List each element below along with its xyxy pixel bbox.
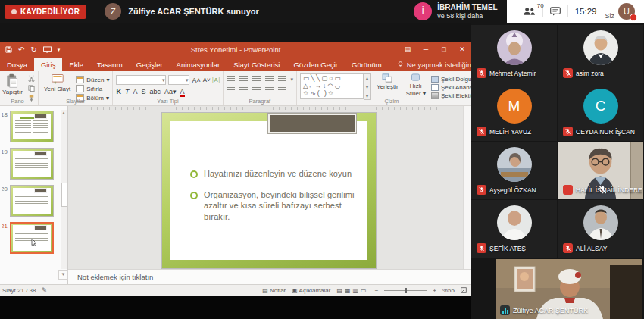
- line-spacing-button[interactable]: [278, 76, 286, 83]
- shape-fill-button[interactable]: Şekil Dolgusu ▾: [431, 76, 471, 83]
- participant-tile-aysegul-ozkan[interactable]: Ayşegül ÖZKAN: [471, 142, 557, 199]
- thumbnail-slide-18[interactable]: 18: [2, 111, 67, 142]
- zoom-top-bar: KAYDEDİLİYOR Z Zülfiye ACAR ŞENTÜRK sunu…: [0, 0, 644, 23]
- participants-button[interactable]: 70: [516, 0, 542, 23]
- slide-body-text[interactable]: Hayatınızı düzenleyin ve düzene koyun Or…: [190, 168, 363, 232]
- increase-indent-button[interactable]: [265, 76, 274, 83]
- your-avatar[interactable]: U: [618, 3, 635, 20]
- zoom-out-button[interactable]: −: [375, 287, 379, 294]
- zoom-in-button[interactable]: +: [433, 287, 436, 294]
- thumbnail-slide-20[interactable]: 20: [2, 185, 67, 217]
- scrollbar-thumb[interactable]: [61, 183, 67, 207]
- participant-tile-ali-alsay[interactable]: ALİ ALSAY: [558, 200, 643, 258]
- attendee-name: İBRAHİM TEMEL: [437, 2, 497, 12]
- numbering-button[interactable]: [239, 76, 248, 83]
- participant-tile-sefik-ates[interactable]: ŞEFİK ATEŞ: [471, 200, 557, 258]
- shapes-gallery[interactable]: ▭╲╲▢○▭△⌐→↓◠◡☆∿( )☆: [300, 73, 364, 99]
- align-right-button[interactable]: [252, 87, 261, 94]
- participant-tile-halil-ismail-indere[interactable]: HALİL İSMAİL İNDERE: [558, 142, 643, 199]
- grow-font-button[interactable]: A˄: [192, 77, 200, 84]
- slide-vertical-scrollbar[interactable]: [463, 106, 471, 269]
- participant-name: ŞEFİK ATEŞ: [489, 245, 526, 252]
- redo-icon[interactable]: ↻: [30, 46, 36, 54]
- save-icon[interactable]: [5, 46, 12, 53]
- decrease-indent-button[interactable]: [252, 76, 261, 83]
- participant-tile-ceyda-nur-iscan[interactable]: C CEYDA NUR İŞCAN: [558, 83, 643, 141]
- group-label-pano: Pano: [0, 98, 38, 105]
- speaker-video-zulfiye[interactable]: Zülfiye ACAR ŞENTÜRK: [496, 259, 642, 319]
- paste-button[interactable]: Yapıştır: [0, 73, 25, 95]
- copy-button[interactable]: [28, 85, 35, 93]
- slide-title-placeholder[interactable]: [268, 114, 356, 133]
- comments-toggle[interactable]: ▣ Açıklamalar: [292, 287, 330, 294]
- screen-share-letterbox: [0, 296, 471, 319]
- reset-button[interactable]: Sıfırla: [76, 85, 109, 92]
- columns-button[interactable]: [278, 87, 286, 94]
- tab-gozden-gecir[interactable]: Gözden Geçir: [286, 58, 345, 71]
- scroll-down-icon[interactable]: ▼: [58, 270, 68, 280]
- slide[interactable]: Hayatınızı düzenleyin ve düzene koyun Or…: [162, 113, 376, 268]
- bullets-button[interactable]: [227, 76, 235, 83]
- tab-gecisler[interactable]: Geçişler: [130, 58, 170, 71]
- minimize-button[interactable]: ─: [417, 42, 435, 58]
- scroll-up-icon[interactable]: ▲: [61, 110, 67, 116]
- slide-number: 18: [2, 111, 8, 118]
- participant-tile-mehmet-aytemir[interactable]: Mehmet Aytemir: [471, 25, 557, 83]
- participant-tile-asim-zora[interactable]: asim zora: [558, 25, 643, 83]
- italic-button[interactable]: T: [125, 88, 130, 95]
- close-button[interactable]: ✕: [453, 42, 471, 58]
- tab-slayt-gosterisi[interactable]: Slayt Gösterisi: [227, 58, 286, 71]
- tab-giris[interactable]: Giriş: [34, 58, 63, 71]
- fit-to-window-icon[interactable]: [461, 287, 467, 293]
- font-name-combobox[interactable]: [116, 75, 166, 85]
- notes-pane[interactable]: Not eklemek için tıklatın: [68, 269, 471, 284]
- font-color-button[interactable]: A: [180, 88, 185, 97]
- shadow-button[interactable]: S: [141, 88, 145, 95]
- zoom-slider[interactable]: [384, 290, 427, 291]
- change-case-button[interactable]: Aa▾: [164, 88, 177, 95]
- new-slide-button[interactable]: Yeni Slayt: [42, 73, 73, 92]
- notes-toggle[interactable]: ▤ Notlar: [262, 287, 286, 294]
- chat-button[interactable]: [543, 0, 567, 23]
- shrink-font-button[interactable]: A˅: [203, 77, 211, 83]
- quick-styles-button[interactable]: Hızlı Stiller ▾: [404, 73, 428, 97]
- audio-speaking-icon: [500, 305, 510, 315]
- shapes-gallery-scroll[interactable]: ▴▾▾: [364, 73, 371, 100]
- attendee-chip[interactable]: İ İBRAHİM TEMEL ve 58 kişi daha: [405, 0, 506, 23]
- clear-formatting-button[interactable]: 🄰: [213, 77, 220, 84]
- maximize-button[interactable]: □: [435, 42, 453, 58]
- reset-icon: [76, 85, 84, 92]
- tab-dosya[interactable]: Dosya: [0, 58, 34, 71]
- thumbnail-slide-19[interactable]: 19: [2, 148, 67, 180]
- tab-gorunum[interactable]: Görünüm: [345, 58, 389, 71]
- ribbon-display-options-icon[interactable]: ▤: [399, 42, 417, 58]
- underline-button[interactable]: A: [133, 88, 137, 95]
- strikethrough-button[interactable]: abc: [149, 88, 161, 95]
- shape-outline-button[interactable]: Şekil Anahattı ▾: [431, 84, 471, 91]
- arrange-button[interactable]: Yerleştir: [374, 73, 401, 90]
- tab-tasarim[interactable]: Tasarım: [90, 58, 130, 71]
- quick-access-toolbar: ↶ ↻ ▾: [5, 46, 60, 54]
- tab-animasyonlar[interactable]: Animasyonlar: [170, 58, 227, 71]
- bold-button[interactable]: K: [116, 88, 121, 95]
- font-size-combobox[interactable]: [168, 75, 189, 85]
- zoom-slider-thumb[interactable]: [405, 288, 407, 293]
- thumbnail-scrollbar[interactable]: ▲ ▼: [61, 110, 67, 269]
- justify-button[interactable]: [265, 87, 274, 94]
- ink-pen-icon[interactable]: ✎: [41, 286, 47, 294]
- zoom-percent[interactable]: %55: [442, 287, 455, 294]
- qat-more-icon[interactable]: ▾: [58, 47, 61, 52]
- participant-tile-melih-yavuz[interactable]: M MELİH YAVUZ: [471, 83, 557, 141]
- thumbnail-slide-21-selected[interactable]: 21: [2, 222, 67, 254]
- slideshow-icon[interactable]: [43, 46, 52, 53]
- undo-icon[interactable]: ↶: [18, 46, 24, 54]
- align-center-button[interactable]: [239, 87, 248, 94]
- view-buttons[interactable]: ▤▦▥▭: [336, 287, 368, 294]
- slide-editing-area[interactable]: Hayatınızı düzenleyin ve düzene koyun Or…: [68, 106, 471, 269]
- align-left-button[interactable]: [227, 87, 235, 94]
- layout-icon: [76, 76, 84, 83]
- layout-button[interactable]: Düzen ▾: [76, 76, 109, 83]
- tab-ekle[interactable]: Ekle: [62, 58, 89, 71]
- avatar-initial: C: [583, 89, 618, 124]
- cut-button[interactable]: [28, 75, 35, 83]
